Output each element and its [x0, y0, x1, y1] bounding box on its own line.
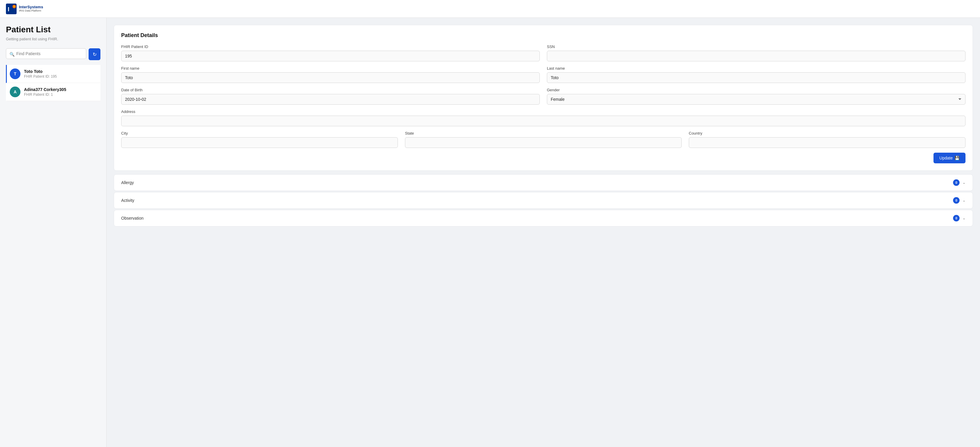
ssn-input[interactable] [547, 51, 966, 61]
ssn-label: SSN [547, 45, 966, 49]
form-row-name: First name Last name [121, 66, 966, 83]
city-label: City [121, 131, 398, 136]
page-title: Patient List [6, 25, 100, 34]
patient-details-card: Patient Details FHIR Patient ID SSN Firs… [114, 25, 973, 171]
patient-details-panel: Patient Details FHIR Patient ID SSN Firs… [107, 18, 980, 447]
patient-list-panel: Patient List Getting patient list using … [0, 18, 107, 447]
country-input[interactable] [689, 137, 966, 148]
dob-input[interactable] [121, 94, 540, 105]
search-icon: 🔍 [10, 52, 14, 57]
form-row-city-state-country: City State Country [121, 131, 966, 148]
patient-name: Toto Toto [24, 69, 57, 74]
patient-info: Adina377 Corkery305 FHIR Patient ID: 1 [24, 87, 66, 97]
first-name-group: First name [121, 66, 540, 83]
observation-chevron-icon: ⌄ [963, 216, 966, 220]
app-header: I InterSystems IRIS Data Platform [0, 0, 980, 18]
observation-section-label: Observation [121, 216, 143, 220]
svg-text:I: I [8, 6, 10, 13]
dob-group: Date of Birth [121, 88, 540, 105]
activity-section-label: Activity [121, 198, 134, 203]
patient-avatar: A [10, 86, 21, 97]
search-container: 🔍 ↻ [6, 48, 100, 60]
first-name-input[interactable] [121, 72, 540, 83]
patient-list-item[interactable]: T Toto Toto FHIR Patient ID: 195 [6, 65, 100, 83]
address-group: Address [121, 109, 966, 126]
patient-info: Toto Toto FHIR Patient ID: 195 [24, 69, 57, 78]
allergy-section-right: 0 ⌄ [953, 179, 966, 186]
patient-fhir-id: FHIR Patient ID: 1 [24, 93, 66, 97]
observation-section-right: 0 ⌄ [953, 215, 966, 222]
gender-group: Gender Female Male Other Unknown [547, 88, 966, 105]
observation-section-header[interactable]: Observation 0 ⌄ [114, 210, 973, 226]
update-icon: 💾 [955, 156, 959, 160]
country-group: Country [689, 131, 966, 148]
allergy-section: Allergy 0 ⌄ [114, 174, 973, 191]
allergy-chevron-icon: ⌄ [963, 180, 966, 185]
observation-section: Observation 0 ⌄ [114, 210, 973, 227]
allergy-section-label: Allergy [121, 180, 134, 185]
ssn-group: SSN [547, 45, 966, 61]
allergy-count-badge: 0 [953, 179, 959, 186]
update-label: Update [939, 156, 953, 160]
gender-select[interactable]: Female Male Other Unknown [547, 94, 966, 105]
city-group: City [121, 131, 398, 148]
state-input[interactable] [405, 137, 682, 148]
svg-point-3 [13, 6, 15, 7]
update-button[interactable]: Update 💾 [934, 153, 966, 163]
activity-section-right: 0 ⌄ [953, 197, 966, 204]
fhir-id-group: FHIR Patient ID [121, 45, 540, 61]
state-label: State [405, 131, 682, 136]
brand-name: InterSystems [19, 5, 43, 9]
refresh-button[interactable]: ↻ [89, 48, 100, 60]
patient-fhir-id: FHIR Patient ID: 195 [24, 74, 57, 78]
allergy-section-header[interactable]: Allergy 0 ⌄ [114, 175, 973, 191]
patient-list: T Toto Toto FHIR Patient ID: 195 A Adina… [6, 65, 100, 101]
fhir-id-input[interactable] [121, 51, 540, 61]
address-label: Address [121, 109, 966, 114]
state-group: State [405, 131, 682, 148]
patient-list-item[interactable]: A Adina377 Corkery305 FHIR Patient ID: 1 [6, 83, 100, 101]
observation-count-badge: 0 [953, 215, 959, 222]
card-title: Patient Details [121, 32, 966, 38]
gender-label: Gender [547, 88, 966, 92]
patient-avatar: T [10, 69, 21, 79]
intersystems-logo-icon: I [6, 3, 17, 14]
form-actions: Update 💾 [121, 153, 966, 163]
dob-label: Date of Birth [121, 88, 540, 92]
activity-section: Activity 0 ⌄ [114, 192, 973, 209]
city-input[interactable] [121, 137, 398, 148]
form-row-dob-gender: Date of Birth Gender Female Male Other U… [121, 88, 966, 105]
logo: I InterSystems IRIS Data Platform [6, 3, 43, 14]
country-label: Country [689, 131, 966, 136]
last-name-input[interactable] [547, 72, 966, 83]
search-wrapper: 🔍 [6, 48, 86, 60]
address-input[interactable] [121, 116, 966, 126]
form-row-address: Address [121, 109, 966, 126]
search-input[interactable] [6, 48, 86, 59]
last-name-label: Last name [547, 66, 966, 70]
patient-name: Adina377 Corkery305 [24, 87, 66, 92]
page-subtitle: Getting patient list using FHIR. [6, 37, 100, 41]
fhir-id-label: FHIR Patient ID [121, 45, 540, 49]
refresh-icon: ↻ [93, 51, 97, 57]
logo-text: InterSystems IRIS Data Platform [19, 5, 43, 13]
form-row-id-ssn: FHIR Patient ID SSN [121, 45, 966, 61]
first-name-label: First name [121, 66, 540, 70]
brand-subtitle: IRIS Data Platform [19, 9, 43, 13]
activity-count-badge: 0 [953, 197, 959, 204]
activity-chevron-icon: ⌄ [963, 198, 966, 203]
last-name-group: Last name [547, 66, 966, 83]
activity-section-header[interactable]: Activity 0 ⌄ [114, 192, 973, 208]
